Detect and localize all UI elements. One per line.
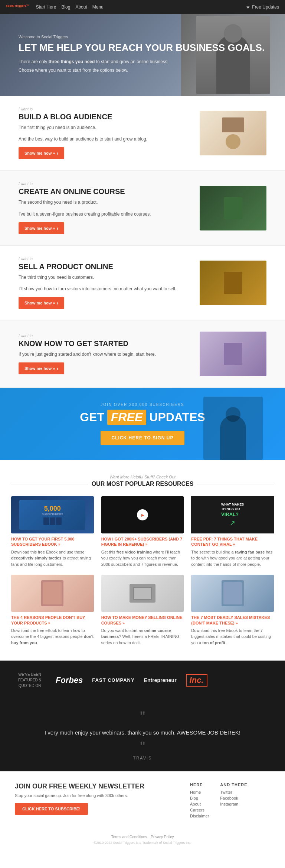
resource-link-6[interactable]: THE 7 MOST DEADLY SALES MISTAKES (DON'T … [191, 615, 274, 626]
brand-name: social triggers [6, 4, 26, 7]
brand-logo[interactable]: social triggers™ [6, 4, 29, 10]
resource-card-1: 5,000 SUBSCRIBERS HOW TO GET YOUR FIRST … [11, 496, 94, 567]
i-want-to-product: I want to [19, 257, 189, 261]
hero-title: LET ME HELP YOU REACH YOUR BUSINESS GOAL… [19, 42, 266, 54]
course-desc2: I've built a seven-figure business creat… [19, 211, 189, 218]
featured-label: WE'VE BEEN FEATURED & QUOTED ON [15, 672, 45, 688]
resource-desc-4: Download the free eBook to learn how to … [11, 627, 94, 646]
newsletter-desc: Stop your social game up. Join for free … [15, 793, 175, 798]
navbar-right[interactable]: ★ Free Updates [246, 4, 279, 10]
resource-img-6 [191, 575, 274, 612]
product-content: I want to SELL A PRODUCT ONLINE The thir… [19, 257, 200, 309]
nl-link-twitter[interactable]: Twitter [220, 790, 247, 794]
resource-img-2 [101, 496, 184, 533]
section-course: I want to CREATE AN ONLINE COURSE The se… [0, 171, 285, 245]
product-image [200, 261, 266, 305]
resource-card-2: HOW I GOT 200K+ SUBSCRIBERS (AND 7 FIGUR… [101, 496, 184, 567]
privacy-link[interactable]: Privacy Policy [151, 835, 174, 839]
blog-title: BUILD A BLOG AUDIENCE [19, 113, 189, 121]
resources-sub: Want More Helpful Stuff? Check Out [11, 475, 274, 479]
resource-link-3[interactable]: FREE PDF: 7 THINGS THAT MAKE CONTENT GO … [191, 536, 274, 547]
cta-free-box: FREE [107, 410, 146, 425]
start-content: I want to KNOW HOW TO GET STARTED If you… [19, 334, 200, 374]
start-image [200, 332, 266, 376]
product-desc2: I'll show you how to turn visitors into … [19, 285, 189, 293]
resource-img-5 [101, 575, 184, 612]
play-icon-2[interactable] [137, 509, 148, 520]
resource-img-4 [11, 575, 94, 612]
nav-about[interactable]: About [75, 4, 87, 10]
nl-link-facebook[interactable]: Facebook [220, 796, 247, 800]
terms-link[interactable]: Terms and Conditions [111, 835, 147, 839]
resource-desc-5: Do you want to start an online course bu… [101, 627, 184, 646]
resources-title: OUR MOST POPULAR RESOURCES [92, 481, 194, 487]
resource-card-3: WHAT MAKESTHINGS GOVIRAL? ↗ FREE PDF: 7 … [191, 496, 274, 567]
resource-link-2[interactable]: HOW I GOT 200K+ SUBSCRIBERS (AND 7 FIGUR… [101, 536, 184, 547]
cta-person-image [196, 388, 270, 460]
section-product: I want to SELL A PRODUCT ONLINE The thir… [0, 246, 285, 320]
resource-card-4: THE 4 REASONS PEOPLE DON'T BUY YOUR PROD… [11, 575, 94, 646]
newsletter-subscribe-button[interactable]: CLICK HERE TO SUBSCRIBE! [15, 803, 88, 815]
blog-desc2: And the best way to build an audience is… [19, 136, 189, 143]
testimonial-section: " I very much enjoy your webinars, thank… [0, 700, 285, 771]
nl-link-home[interactable]: Home [190, 790, 209, 794]
testimonial-text: I very much enjoy your webinars, thank y… [22, 728, 263, 737]
free-updates-label: Free Updates [252, 4, 279, 10]
nl-link-blog[interactable]: Blog [190, 796, 209, 800]
newsletter-col-there: AND THERE Twitter Facebook Instagram [220, 783, 247, 820]
newsletter-title: JOIN OUR FREE WEEKLY NEWSLETTER [15, 783, 175, 790]
start-title: KNOW HOW TO GET STARTED [19, 339, 189, 348]
hero-welcome: Welcome to Social Triggers [19, 35, 266, 39]
newsletter-section: JOIN OUR FREE WEEKLY NEWSLETTER Stop you… [0, 771, 285, 831]
i-want-to-blog: I want to [19, 107, 189, 111]
resource-desc-3: The secret to building a raving fan base… [191, 549, 274, 568]
footer-copy: ©2010-2022 Social Triggers is a Trademar… [4, 841, 281, 845]
logo-inc: Inc. [186, 674, 207, 687]
resources-header: Want More Helpful Stuff? Check Out OUR M… [11, 475, 274, 487]
newsletter-col-here: HERE Home Blog About Careers Disclaimer [190, 783, 209, 820]
quote-open-icon: " [22, 711, 263, 723]
nl-link-about[interactable]: About [190, 802, 209, 806]
blog-cta-button[interactable]: Show me how » [19, 147, 64, 159]
quote-close-icon: " [22, 741, 263, 753]
blog-image [200, 111, 266, 155]
resource-link-1[interactable]: HOW TO GET YOUR FIRST 5,000 SUBSCRIBERS … [11, 536, 94, 547]
blog-desc1: The first thing you need is an audience. [19, 124, 189, 131]
resource-desc-1: Download this free Ebook and use these d… [11, 549, 94, 568]
resources-section: Want More Helpful Stuff? Check Out OUR M… [0, 460, 285, 661]
resources-grid: 5,000 SUBSCRIBERS HOW TO GET YOUR FIRST … [11, 496, 274, 646]
section-blog: I want to BUILD A BLOG AUDIENCE The firs… [0, 96, 285, 171]
nl-link-careers[interactable]: Careers [190, 808, 209, 812]
divider-right [197, 484, 274, 484]
section-start: I want to KNOW HOW TO GET STARTED If you… [0, 320, 285, 388]
resource-desc-6: Download this free Ebook to learn the 7 … [191, 627, 274, 646]
featured-logos: Forbes FAST COMPANY Entrepreneur Inc. [56, 674, 270, 687]
newsletter-links: HERE Home Blog About Careers Disclaimer … [190, 783, 270, 820]
logo-fastco: FAST COMPANY [92, 677, 134, 683]
nav-start-here[interactable]: Start Here [36, 4, 56, 10]
cta-signup-button[interactable]: CLICK HERE TO SIGN UP [101, 431, 185, 445]
hero-desc: There are only three things you need to … [19, 58, 266, 74]
nav-links: Start Here Blog About Menu [36, 4, 104, 10]
nav-blog[interactable]: Blog [61, 4, 70, 10]
resource-link-4[interactable]: THE 4 REASONS PEOPLE DON'T BUY YOUR PROD… [11, 615, 94, 626]
resource-card-6: THE 7 MOST DEADLY SALES MISTAKES (DON'T … [191, 575, 274, 646]
resource-link-5[interactable]: HOW TO MAKE MONEY SELLING ONLINE COURSES… [101, 615, 184, 626]
course-image [200, 186, 266, 230]
nl-link-disclaimer[interactable]: Disclaimer [190, 814, 209, 818]
navbar: social triggers™ Start Here Blog About M… [0, 0, 285, 14]
course-desc1: The second thing you need is a product. [19, 199, 189, 206]
course-cta-button[interactable]: Show me how » [19, 222, 64, 234]
start-cta-button[interactable]: Show me how » [19, 362, 64, 374]
i-want-to-start: I want to [19, 334, 189, 338]
start-desc1: If you're just getting started and don't… [19, 351, 189, 358]
i-want-to-course: I want to [19, 182, 189, 186]
nl-link-instagram[interactable]: Instagram [220, 802, 247, 806]
navbar-left: social triggers™ Start Here Blog About M… [6, 4, 104, 10]
product-cta-button[interactable]: Show me how » [19, 297, 64, 309]
nav-menu[interactable]: Menu [92, 4, 104, 10]
cta-banner: JOIN OVER 200,000 SUBSCRIBERS GET FREE U… [0, 388, 285, 460]
resource-card-5: HOW TO MAKE MONEY SELLING ONLINE COURSES… [101, 575, 184, 646]
footer: Terms and Conditions Privacy Policy ©201… [0, 831, 285, 848]
nl-col-there-heading: AND THERE [220, 783, 247, 787]
